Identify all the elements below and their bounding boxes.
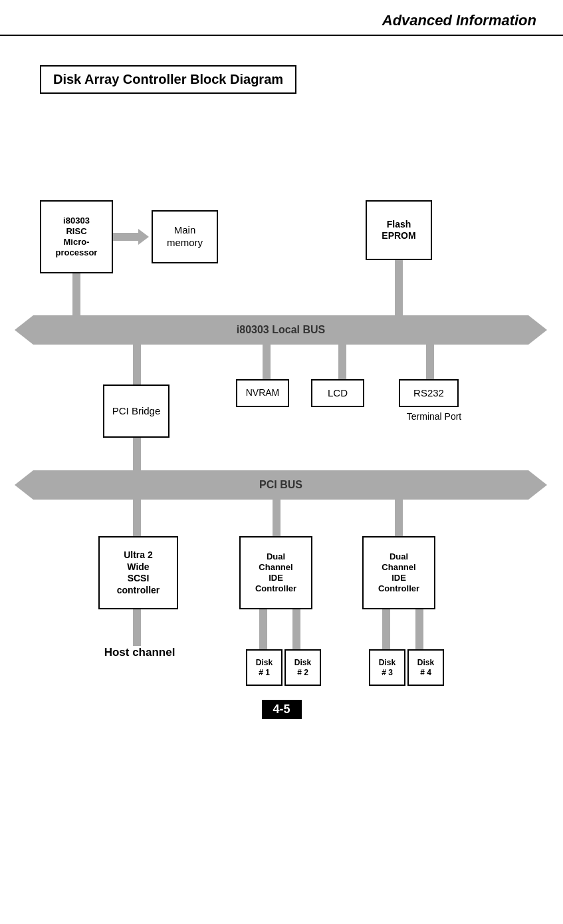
- local-bus-label: i80303 Local BUS: [237, 324, 325, 336]
- pcibus-to-dual1-line: [273, 500, 281, 536]
- diagram-area: i80303RISCMicro-processor Mainmemory Fla…: [0, 100, 563, 739]
- pci-bridge-block: PCI Bridge: [103, 385, 169, 438]
- pci-bus-label: PCI BUS: [259, 479, 302, 491]
- rs232-label: RS232: [413, 387, 444, 400]
- ultra2-scsi-block: Ultra 2WideSCSIcontroller: [98, 536, 178, 609]
- header-title: Advanced Information: [382, 12, 536, 29]
- page-header: Advanced Information: [0, 0, 563, 36]
- lbus-arrow-right: [528, 315, 547, 345]
- disk2-label: Disk# 2: [294, 658, 311, 678]
- host-channel-label: Host channel: [103, 646, 176, 659]
- main-memory-label: Mainmemory: [167, 224, 203, 249]
- dual-channel-1-block: DualChannelIDEController: [239, 536, 312, 609]
- dual1-to-disk2-line: [292, 609, 300, 649]
- pcibus-arrow-right: [528, 470, 547, 500]
- flash-to-lbus-line: [395, 260, 403, 323]
- lbus-to-lcd-line: [338, 345, 346, 379]
- dual-channel-2-label: DualChannelIDEController: [378, 551, 419, 595]
- processor-block: i80303RISCMicro-processor: [40, 200, 113, 273]
- ultra2-scsi-label: Ultra 2WideSCSIcontroller: [117, 549, 160, 596]
- disk2-block: Disk# 2: [284, 649, 321, 686]
- lbus-arrow-left: [15, 315, 33, 345]
- dual-channel-2-block: DualChannelIDEController: [362, 536, 435, 609]
- disk1-block: Disk# 1: [246, 649, 282, 686]
- dual1-to-disk1-line: [259, 609, 267, 649]
- pci-bridge-label: PCI Bridge: [112, 405, 161, 418]
- pcibus-to-scsi-line: [133, 500, 141, 536]
- dual2-to-disk3-line: [382, 609, 390, 649]
- nvram-block: NVRAM: [236, 379, 289, 407]
- flash-eprom-block: FlashEPROM: [366, 200, 432, 260]
- scsi-to-host-line: [133, 609, 141, 646]
- dual-channel-1-label: DualChannelIDEController: [255, 551, 296, 595]
- proc-to-mem-arrow: [138, 229, 149, 245]
- terminal-port-label: Terminal Port: [404, 411, 464, 422]
- dual2-to-disk4-line: [415, 609, 423, 649]
- disk4-label: Disk# 4: [417, 658, 434, 678]
- main-memory-block: Mainmemory: [152, 210, 218, 263]
- disk1-label: Disk# 1: [256, 658, 273, 678]
- lbus-to-rs232-line: [426, 345, 434, 379]
- lcd-label: LCD: [328, 387, 348, 400]
- pcibus-arrow-left: [15, 470, 33, 500]
- page-number: 4-5: [262, 700, 302, 719]
- local-bus-bar: i80303 Local BUS: [33, 315, 528, 345]
- disk4-block: Disk# 4: [407, 649, 444, 686]
- pcibus-to-dual2-line: [395, 500, 403, 536]
- disk3-label: Disk# 3: [379, 658, 395, 678]
- lbus-to-nvram-line: [263, 345, 271, 379]
- lcd-block: LCD: [311, 379, 364, 407]
- nvram-label: NVRAM: [246, 387, 280, 399]
- diagram-title-wrapper: Disk Array Controller Block Diagram: [20, 51, 563, 94]
- processor-label: i80303RISCMicro-processor: [56, 216, 98, 259]
- rs232-block: RS232: [399, 379, 459, 407]
- proc-to-mem-line: [113, 233, 140, 241]
- diagram-title: Disk Array Controller Block Diagram: [40, 65, 296, 94]
- disk3-block: Disk# 3: [369, 649, 405, 686]
- lbus-to-pcibridge-line: [133, 345, 141, 385]
- flash-eprom-label: FlashEPROM: [382, 219, 415, 242]
- pci-bus-bar: PCI BUS: [33, 470, 528, 500]
